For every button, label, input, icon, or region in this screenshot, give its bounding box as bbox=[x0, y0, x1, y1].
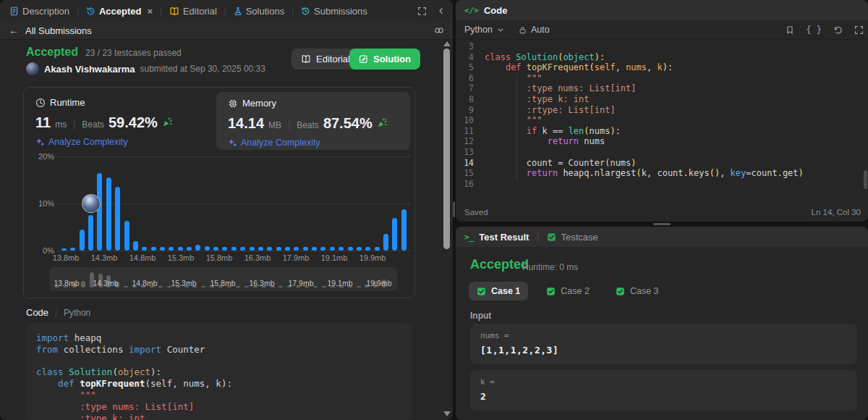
memory-distribution-bar[interactable] bbox=[258, 247, 263, 251]
case-tab-1[interactable]: Case 1 bbox=[469, 282, 528, 301]
editor-line[interactable]: 9 :rtype: List[int] bbox=[456, 105, 868, 116]
code-line: """ bbox=[36, 390, 402, 401]
close-icon[interactable]: × bbox=[147, 6, 153, 17]
submitted-code-block[interactable]: import heapqfrom collections import Coun… bbox=[26, 323, 412, 420]
memory-distribution-bar[interactable] bbox=[365, 247, 370, 251]
memory-distribution-bar[interactable] bbox=[151, 247, 156, 251]
cursor-position[interactable]: Ln 14, Col 30 bbox=[812, 208, 861, 217]
auto-mode-toggle[interactable]: Auto bbox=[519, 25, 550, 35]
tab-accepted[interactable]: Accepted × bbox=[84, 6, 155, 17]
solution-button[interactable]: Solution bbox=[349, 49, 420, 70]
editor-line[interactable]: 6 """ bbox=[456, 73, 868, 84]
editor-line[interactable]: 3 bbox=[456, 41, 868, 52]
memory-distribution-bar[interactable] bbox=[231, 247, 237, 251]
memory-distribution-bar[interactable] bbox=[267, 247, 272, 251]
memory-distribution-bar[interactable] bbox=[187, 247, 192, 251]
memory-distribution-bar[interactable] bbox=[357, 247, 362, 251]
horizontal-resize-handle[interactable] bbox=[653, 223, 671, 225]
memory-distribution-bar[interactable] bbox=[142, 247, 147, 251]
editor-scrollbar-thumb[interactable] bbox=[864, 170, 867, 189]
memory-distribution-bar[interactable] bbox=[330, 247, 335, 251]
scrollbar-thumb[interactable] bbox=[443, 49, 450, 249]
editor-line[interactable]: 5 def topKFrequent(self, nums, k): bbox=[456, 62, 868, 73]
memory-distribution-bar[interactable] bbox=[339, 247, 344, 251]
code-editor-area[interactable]: 34class Solution(object):5 def topKFrequ… bbox=[456, 40, 868, 203]
memory-distribution-bar[interactable] bbox=[401, 209, 407, 251]
copy-link-icon[interactable] bbox=[434, 25, 444, 35]
editor-line[interactable]: 11 if k == len(nums): bbox=[456, 126, 868, 137]
code-icon: </> bbox=[464, 6, 479, 15]
memory-stat[interactable]: Memory 14.14 MB | Beats 87.54% Analyze C… bbox=[216, 92, 410, 150]
reset-icon[interactable] bbox=[833, 25, 843, 35]
format-code-icon[interactable]: { } bbox=[806, 25, 822, 35]
memory-distribution-bar[interactable] bbox=[97, 173, 102, 251]
memory-distribution-bar[interactable] bbox=[213, 247, 218, 251]
memory-distribution-bar[interactable] bbox=[80, 230, 85, 251]
input-field-k[interactable]: k = 2 bbox=[470, 370, 857, 411]
expand-editor-icon[interactable] bbox=[854, 25, 864, 35]
memory-distribution-bar[interactable] bbox=[285, 247, 290, 251]
memory-distribution-bar[interactable] bbox=[115, 187, 120, 251]
scrollbar-up-arrow[interactable] bbox=[443, 41, 451, 46]
chevron-left-icon[interactable] bbox=[437, 7, 446, 15]
language-selector[interactable]: Python bbox=[464, 25, 504, 35]
memory-distribution-bar[interactable] bbox=[70, 248, 75, 251]
tab-submissions[interactable]: Submissions bbox=[299, 6, 370, 17]
memory-distribution-bar[interactable] bbox=[160, 247, 165, 251]
memory-distribution-bar[interactable] bbox=[250, 247, 255, 251]
all-submissions-link[interactable]: All Submissions bbox=[25, 25, 92, 36]
memory-unit: MB bbox=[268, 120, 281, 130]
tab-solutions[interactable]: Solutions bbox=[231, 6, 286, 17]
editor-line[interactable]: 15 return heapq.nlargest(k, count.keys()… bbox=[456, 168, 868, 179]
editor-line[interactable]: 7 :type nums: List[int] bbox=[456, 83, 868, 94]
editor-line[interactable]: 12 return nums bbox=[456, 136, 868, 147]
memory-distribution-bar[interactable] bbox=[169, 247, 174, 251]
memory-distribution-bar[interactable] bbox=[222, 247, 227, 251]
runtime-stat[interactable]: Runtime 11 ms | Beats 59.42% Analyze Com… bbox=[35, 97, 173, 147]
memory-distribution-bar[interactable] bbox=[312, 247, 317, 251]
memory-distribution-bar[interactable] bbox=[348, 247, 353, 251]
memory-distribution-bar[interactable] bbox=[195, 245, 200, 251]
memory-distribution-bar[interactable] bbox=[303, 247, 308, 251]
memory-distribution-bar[interactable] bbox=[383, 234, 388, 251]
case-tab-2[interactable]: Case 2 bbox=[538, 282, 597, 301]
expand-panel-icon[interactable] bbox=[417, 7, 427, 16]
confetti-icon bbox=[162, 117, 173, 127]
editor-line[interactable]: 16 bbox=[456, 179, 868, 190]
back-arrow-icon[interactable]: ← bbox=[9, 25, 19, 36]
y-tick: 10% bbox=[30, 199, 54, 208]
chart-brush-minimap[interactable]: 13.8mb14.3mb14.8mb15.3mb15.8mb16.3mb17.9… bbox=[49, 267, 397, 291]
vertical-resize-handle[interactable] bbox=[453, 201, 455, 217]
analyze-complexity-memory[interactable]: Analyze Complexity bbox=[228, 138, 399, 148]
memory-distribution-bar[interactable] bbox=[133, 241, 138, 251]
current-submission-marker[interactable] bbox=[82, 194, 101, 213]
beats-label: Beats bbox=[297, 120, 319, 130]
tab-description[interactable]: Description bbox=[7, 6, 72, 17]
input-field-nums[interactable]: nums = [1,1,1,2,2,3] bbox=[470, 324, 857, 364]
tab-test-result[interactable]: Test Result bbox=[479, 232, 529, 243]
tab-editorial[interactable]: Editorial bbox=[167, 6, 219, 17]
tab-testcase[interactable]: Testcase bbox=[547, 232, 597, 243]
memory-distribution-bar[interactable] bbox=[392, 218, 397, 251]
memory-distribution-bar[interactable] bbox=[375, 247, 380, 251]
editor-line[interactable]: 4class Solution(object): bbox=[456, 52, 868, 63]
editor-line[interactable]: 8 :type k: int bbox=[456, 94, 868, 105]
editor-line[interactable]: 10 """ bbox=[456, 115, 868, 126]
scrollbar-down-arrow[interactable] bbox=[443, 411, 451, 416]
case-tab-3[interactable]: Case 3 bbox=[608, 282, 667, 301]
analyze-complexity-runtime[interactable]: Analyze Complexity bbox=[35, 137, 173, 147]
memory-distribution-bar[interactable] bbox=[205, 246, 210, 251]
editor-line[interactable]: 13 bbox=[456, 147, 868, 158]
memory-distribution-bar[interactable] bbox=[61, 248, 67, 251]
bookmark-icon[interactable] bbox=[786, 25, 794, 35]
memory-distribution-bar[interactable] bbox=[320, 247, 326, 251]
memory-distribution-bar[interactable] bbox=[106, 177, 111, 251]
x-tick-label: 16.3mb bbox=[239, 253, 276, 262]
memory-distribution-bar[interactable] bbox=[294, 247, 299, 251]
memory-distribution-bar[interactable] bbox=[124, 221, 129, 251]
editor-line[interactable]: 14 count = Counter(nums) bbox=[456, 158, 868, 169]
memory-distribution-bar[interactable] bbox=[178, 247, 183, 251]
memory-distribution-bar[interactable] bbox=[276, 247, 281, 251]
memory-distribution-bar[interactable] bbox=[88, 215, 93, 251]
memory-distribution-bar[interactable] bbox=[240, 247, 245, 251]
